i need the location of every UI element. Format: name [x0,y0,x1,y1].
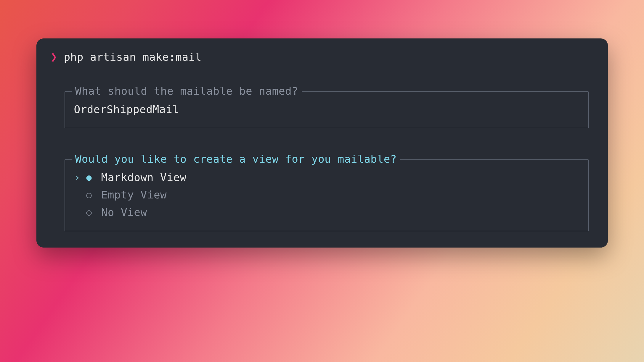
option-no-view[interactable]: › ○ No View [74,206,579,218]
command-text: php artisan make:mail [64,51,202,63]
view-prompt-question: Would you like to create a view for you … [72,153,401,165]
option-markdown-view[interactable]: › ● Markdown View [74,171,579,183]
radio-unselected-icon: ○ [86,190,95,200]
options-list: › ● Markdown View › ○ Empty View › ○ No … [74,171,579,218]
view-prompt-fieldset: Would you like to create a view for you … [65,159,589,231]
option-label: No View [101,206,147,218]
radio-selected-icon: ● [86,172,95,182]
selection-chevron-icon: › [74,171,80,183]
prompt-chevron-icon: ❯ [51,50,57,63]
name-prompt-fieldset: What should the mailable be named? Order… [65,91,589,128]
radio-unselected-icon: ○ [86,207,95,217]
option-label: Empty View [101,189,167,201]
option-label: Markdown View [101,171,187,183]
name-prompt-question: What should the mailable be named? [72,85,302,97]
command-line: ❯ php artisan make:mail [48,50,596,63]
option-empty-view[interactable]: › ○ Empty View [74,189,579,201]
terminal-window: ❯ php artisan make:mail What should the … [36,38,608,248]
mailable-name-input[interactable]: OrderShippedMail [74,103,579,115]
